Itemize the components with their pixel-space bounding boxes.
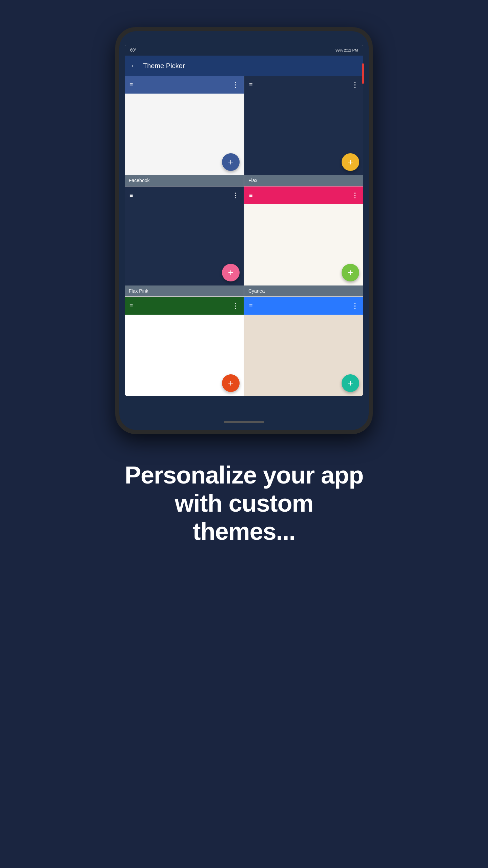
hamburger-icon-green: ≡ [129,303,133,309]
hamburger-icon-flax: ≡ [249,82,253,88]
phone-nav-bar [224,421,264,423]
theme-body-flax: + [244,94,363,175]
phone-outer-shell: 60° 99% 2:12 PM ← Theme Picker ≡ ⋮ [115,27,373,434]
theme-card-beige[interactable]: ≡ ⋮ + [244,297,363,396]
hamburger-icon-beige: ≡ [249,303,253,309]
marketing-line2: with custom themes... [175,490,313,545]
theme-body-flaxpink: + [125,204,244,285]
status-bar: 60° 99% 2:12 PM [125,45,363,56]
theme-header-cyanea: ≡ ⋮ [244,186,363,204]
marketing-section: Personalize your app with custom themes.… [108,461,380,545]
theme-card-flax[interactable]: ≡ ⋮ + Flax [244,76,363,186]
fab-flax[interactable]: + [342,153,359,171]
theme-card-green[interactable]: ≡ ⋮ + [125,297,244,396]
theme-body-cyanea: + [244,204,363,285]
hamburger-icon-facebook: ≡ [129,82,133,88]
theme-body-facebook: + [125,94,244,175]
theme-header-green: ≡ ⋮ [125,297,244,315]
more-icon-beige[interactable]: ⋮ [351,302,359,310]
phone-mockup: 60° 99% 2:12 PM ← Theme Picker ≡ ⋮ [115,27,373,434]
theme-label-flaxpink: Flax Pink [125,285,244,296]
status-temperature: 60° [130,48,136,53]
more-icon-facebook[interactable]: ⋮ [232,81,239,89]
status-right-info: 99% 2:12 PM [336,48,358,52]
theme-label-facebook: Facebook [125,175,244,186]
theme-header-facebook: ≡ ⋮ [125,76,244,94]
theme-grid: ≡ ⋮ + Facebook ≡ ⋮ [125,76,363,396]
theme-label-flax: Flax [244,175,363,186]
app-bar: ← Theme Picker [125,56,363,76]
more-icon-cyanea[interactable]: ⋮ [351,191,359,199]
app-title: Theme Picker [143,62,185,70]
more-icon-green[interactable]: ⋮ [232,302,239,310]
theme-header-flax: ≡ ⋮ [244,76,363,94]
theme-header-flaxpink: ≡ ⋮ [125,186,244,204]
theme-body-green: + [125,315,244,396]
hamburger-icon-flaxpink: ≡ [129,192,133,198]
theme-card-facebook[interactable]: ≡ ⋮ + Facebook [125,76,244,186]
theme-body-beige: + [244,315,363,396]
theme-label-cyanea: Cyanea [244,285,363,296]
fab-cyanea[interactable]: + [342,264,359,281]
theme-header-beige: ≡ ⋮ [244,297,363,315]
hamburger-icon-cyanea: ≡ [249,192,253,198]
more-icon-flax[interactable]: ⋮ [351,81,359,89]
marketing-text: Personalize your app with custom themes.… [122,461,366,545]
theme-card-flaxpink[interactable]: ≡ ⋮ + Flax Pink [125,186,244,296]
fab-beige[interactable]: + [342,374,359,392]
fab-facebook[interactable]: + [222,153,240,171]
phone-inner-frame: 60° 99% 2:12 PM ← Theme Picker ≡ ⋮ [119,31,369,430]
fab-flaxpink[interactable]: + [222,264,240,281]
back-button[interactable]: ← [130,61,138,70]
fab-green[interactable]: + [222,374,240,392]
scroll-indicator [362,63,364,84]
marketing-line1: Personalize your app [125,461,363,489]
theme-card-cyanea[interactable]: ≡ ⋮ + Cyanea [244,186,363,296]
more-icon-flaxpink[interactable]: ⋮ [232,191,239,199]
phone-screen: 60° 99% 2:12 PM ← Theme Picker ≡ ⋮ [125,45,363,396]
